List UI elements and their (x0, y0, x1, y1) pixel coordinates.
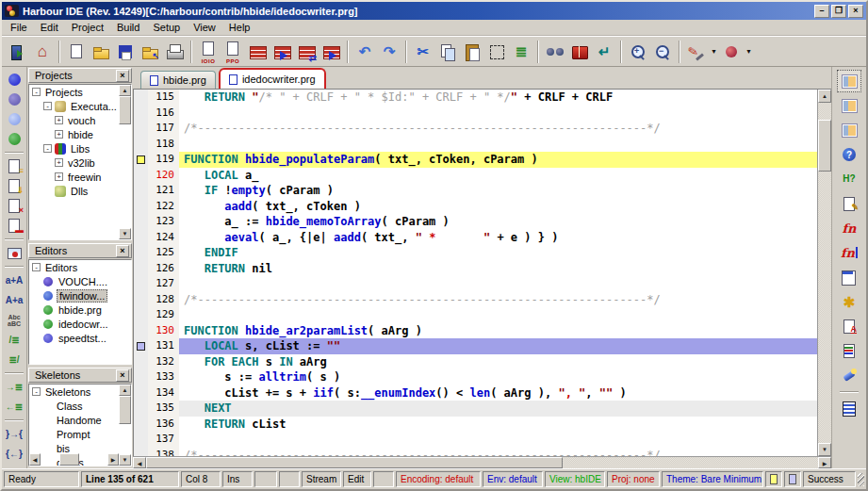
code-line[interactable]: 128/*-----------------------------------… (134, 292, 817, 308)
line-number[interactable]: 126 (148, 261, 179, 277)
tools-menu-button[interactable] (684, 39, 709, 65)
editor-horizontal-scrollbar[interactable]: ◀ ▶ (133, 456, 831, 468)
cut-button[interactable]: ✂ (411, 39, 435, 65)
color-swatch[interactable] (789, 474, 796, 484)
code-text[interactable]: aadd( txt_, cToken ) (179, 199, 817, 215)
code-line[interactable]: 122 aadd( txt_, cToken ) (134, 199, 817, 215)
code-line[interactable]: 135 NEXT (134, 401, 817, 417)
code-text[interactable]: /*--------------------------------------… (179, 292, 817, 308)
build-launch-button[interactable] (270, 39, 294, 65)
tree-item-speedtst-[interactable]: speedtst... (29, 331, 131, 345)
code-text[interactable]: NEXT (179, 401, 817, 417)
close-icon[interactable]: × (116, 245, 129, 257)
bookmark-gutter[interactable] (134, 230, 148, 246)
project-marker-lightblue-button[interactable] (3, 109, 25, 129)
home-button[interactable]: ⌂ (30, 39, 55, 65)
stream-comment-button[interactable]: /≣ (3, 330, 25, 350)
scroll-thumb[interactable] (146, 457, 563, 468)
syntax-colors-button[interactable] (837, 339, 861, 362)
code-line[interactable]: 124 aeval( a_, {|e| aadd( txt_, " * " + … (134, 230, 817, 246)
bookmark-gutter[interactable] (134, 401, 148, 417)
line-number[interactable]: 136 (148, 417, 179, 433)
line-number[interactable]: 128 (148, 292, 179, 308)
resize-grip[interactable] (858, 473, 864, 486)
menu-edit[interactable]: Edit (34, 21, 65, 34)
close-icon[interactable]: × (116, 70, 129, 82)
code-text[interactable]: a_ := hbide_memoToArray( cParam ) (179, 214, 817, 230)
line-number[interactable]: 120 (148, 168, 179, 184)
bookmark-gutter[interactable] (134, 152, 148, 168)
line-number[interactable]: 134 (148, 385, 179, 401)
tab-idedocwriter-prg[interactable]: idedocwriter.prg (219, 68, 326, 89)
scroll-up-icon[interactable]: ▲ (818, 90, 831, 103)
code-text[interactable]: FUNCTION hbide_populateParam( txt_, cTok… (179, 152, 817, 168)
code-line[interactable]: 137 (134, 432, 817, 448)
code-line[interactable]: 127 (134, 276, 817, 292)
code-line[interactable]: 136 RETURN cList (134, 417, 817, 433)
preprocess-ioio-button[interactable]: IOIO (196, 39, 221, 65)
code-text[interactable]: RETURN cList (179, 417, 817, 433)
tree-item-hbide-prg[interactable]: hbide.prg (29, 303, 131, 317)
code-line[interactable]: 125 ENDIF (134, 245, 817, 261)
code-line[interactable]: 118 (134, 137, 817, 153)
bookmark-gutter[interactable] (134, 417, 148, 433)
code-text[interactable]: RETURN "/* " + CRLF + " * $Id:" + CRLF +… (179, 90, 817, 106)
bookmark-gutter[interactable] (134, 292, 148, 308)
tree-item-freewin[interactable]: +freewin (29, 170, 131, 184)
skeletons-panel-header[interactable]: Skeletons × (28, 368, 132, 383)
line-comment-button[interactable]: ≣/ (3, 350, 25, 369)
bookmark-gutter[interactable] (134, 369, 148, 385)
find-button[interactable] (543, 39, 567, 65)
line-number[interactable]: 122 (148, 199, 179, 215)
tab-hbide-prg[interactable]: hbide.prg (140, 71, 216, 89)
code-text[interactable]: LOCAL s, cList := "" (179, 338, 817, 354)
apply-source-button[interactable]: ⇓ (3, 176, 25, 196)
code-line[interactable]: 134 cList += s + iif( s:__enumIndex() < … (134, 385, 817, 401)
tools-menu-dropdown-icon[interactable]: ▼ (711, 48, 717, 55)
tree-item-fwindow-[interactable]: fwindow... (29, 288, 131, 303)
bookmark-gutter[interactable] (134, 307, 148, 323)
line-number[interactable]: 135 (148, 401, 179, 417)
code-text[interactable] (179, 276, 817, 292)
code-line[interactable]: 129 (134, 307, 817, 323)
line-number[interactable]: 123 (148, 214, 179, 230)
bookmark-gutter[interactable] (134, 261, 148, 277)
code-text[interactable]: LOCAL a_ (179, 168, 817, 184)
tree-item-vouch[interactable]: +vouch (29, 113, 131, 127)
code-text[interactable]: aeval( a_, {|e| aadd( txt_, " * " + e ) … (179, 230, 817, 246)
paste-button[interactable] (460, 39, 484, 65)
menu-project[interactable]: Project (65, 21, 110, 34)
function-jump-button[interactable]: fn (837, 241, 861, 264)
preprocess-ppo-button[interactable]: PPO (221, 39, 245, 65)
bookmark-gutter[interactable] (134, 90, 148, 106)
themes-menu-button[interactable] (719, 39, 744, 65)
project-marker-green-button[interactable] (3, 129, 25, 149)
code-text[interactable] (179, 432, 817, 448)
scroll-down-icon[interactable]: ▼ (818, 443, 831, 456)
scroll-thumb[interactable] (818, 120, 831, 172)
build-button[interactable] (245, 39, 270, 65)
bookmark-gutter[interactable] (134, 448, 148, 457)
tree-item-vouch-[interactable]: VOUCH.... (29, 274, 131, 288)
save-source-button[interactable]: ≡ (3, 156, 25, 176)
bookmark-gutter[interactable] (134, 121, 148, 137)
bookmark-gutter[interactable] (134, 106, 148, 122)
bookmark-gutter[interactable] (134, 323, 148, 339)
tree-item-hbide[interactable]: +hbide (29, 127, 131, 141)
bookmark-gutter[interactable] (134, 385, 148, 401)
line-number[interactable]: 117 (148, 121, 179, 137)
open-file-button[interactable] (89, 39, 113, 65)
harbour-help-button[interactable]: H? (837, 168, 861, 190)
tree-item-class[interactable]: Class (29, 399, 131, 413)
new-file-button[interactable] (64, 39, 89, 65)
bookmark-gutter[interactable] (134, 183, 148, 199)
tree-item-libs[interactable]: -Libs (29, 141, 131, 155)
code-line[interactable]: 123 a_ := hbide_memoToArray( cParam ) (134, 214, 817, 230)
copy-button[interactable] (435, 39, 460, 65)
code-text[interactable]: /*--------------------------------------… (179, 121, 817, 137)
tree-item-handome[interactable]: Handome (29, 413, 131, 427)
line-number[interactable]: 130 (148, 323, 179, 339)
close-icon[interactable]: × (116, 369, 129, 382)
to-lowercase-button[interactable]: A+a (3, 290, 25, 310)
tree-item-projects[interactable]: -Projects (29, 85, 131, 99)
